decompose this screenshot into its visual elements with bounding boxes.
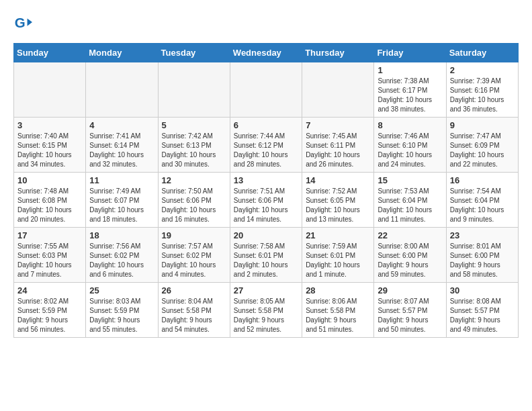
day-cell: 23Sunrise: 8:01 AM Sunset: 6:00 PM Dayli… <box>446 228 518 283</box>
day-cell: 13Sunrise: 7:51 AM Sunset: 6:06 PM Dayli… <box>230 173 302 228</box>
day-number: 17 <box>17 230 82 240</box>
day-detail: Sunrise: 8:06 AM Sunset: 5:58 PM Dayligh… <box>306 297 370 334</box>
day-detail: Sunrise: 7:45 AM Sunset: 6:11 PM Dayligh… <box>306 132 370 169</box>
logo: G <box>13 13 35 32</box>
column-header-thursday: Thursday <box>302 44 374 62</box>
day-number: 26 <box>162 285 226 295</box>
day-cell: 29Sunrise: 8:07 AM Sunset: 5:57 PM Dayli… <box>374 283 446 338</box>
week-row-4: 17Sunrise: 7:55 AM Sunset: 6:03 PM Dayli… <box>14 228 519 283</box>
day-cell <box>230 62 302 118</box>
day-detail: Sunrise: 8:04 AM Sunset: 5:58 PM Dayligh… <box>162 297 226 334</box>
day-cell: 27Sunrise: 8:05 AM Sunset: 5:58 PM Dayli… <box>230 283 302 338</box>
calendar-table: SundayMondayTuesdayWednesdayThursdayFrid… <box>13 43 519 338</box>
day-cell <box>86 62 158 118</box>
day-cell: 15Sunrise: 7:53 AM Sunset: 6:04 PM Dayli… <box>374 173 446 228</box>
day-detail: Sunrise: 7:48 AM Sunset: 6:08 PM Dayligh… <box>17 187 82 224</box>
day-number: 1 <box>378 65 442 75</box>
day-cell: 21Sunrise: 7:59 AM Sunset: 6:01 PM Dayli… <box>302 228 374 283</box>
day-detail: Sunrise: 7:47 AM Sunset: 6:09 PM Dayligh… <box>450 132 515 169</box>
week-row-1: 1Sunrise: 7:38 AM Sunset: 6:17 PM Daylig… <box>14 62 519 118</box>
day-cell: 19Sunrise: 7:57 AM Sunset: 6:02 PM Dayli… <box>158 228 230 283</box>
week-row-5: 24Sunrise: 8:02 AM Sunset: 5:59 PM Dayli… <box>14 283 519 338</box>
page-header: G <box>13 13 519 32</box>
week-row-2: 3Sunrise: 7:40 AM Sunset: 6:15 PM Daylig… <box>14 118 519 173</box>
day-number: 25 <box>89 285 154 295</box>
day-number: 10 <box>17 175 82 185</box>
day-number: 29 <box>378 285 442 295</box>
column-header-friday: Friday <box>374 44 446 62</box>
svg-marker-1 <box>28 18 32 26</box>
day-number: 30 <box>450 285 515 295</box>
day-detail: Sunrise: 8:00 AM Sunset: 6:00 PM Dayligh… <box>378 242 442 279</box>
day-cell <box>302 62 374 118</box>
day-number: 20 <box>234 230 298 240</box>
day-cell <box>14 62 86 118</box>
day-detail: Sunrise: 7:49 AM Sunset: 6:07 PM Dayligh… <box>89 187 154 224</box>
day-detail: Sunrise: 7:46 AM Sunset: 6:10 PM Dayligh… <box>378 132 442 169</box>
day-cell: 7Sunrise: 7:45 AM Sunset: 6:11 PM Daylig… <box>302 118 374 173</box>
day-number: 12 <box>162 175 226 185</box>
day-detail: Sunrise: 7:55 AM Sunset: 6:03 PM Dayligh… <box>17 242 82 279</box>
day-detail: Sunrise: 7:58 AM Sunset: 6:01 PM Dayligh… <box>234 242 298 279</box>
column-header-monday: Monday <box>86 44 158 62</box>
day-detail: Sunrise: 7:52 AM Sunset: 6:05 PM Dayligh… <box>306 187 370 224</box>
day-number: 28 <box>306 285 370 295</box>
day-cell: 3Sunrise: 7:40 AM Sunset: 6:15 PM Daylig… <box>14 118 86 173</box>
day-cell: 20Sunrise: 7:58 AM Sunset: 6:01 PM Dayli… <box>230 228 302 283</box>
day-number: 18 <box>89 230 154 240</box>
day-detail: Sunrise: 7:50 AM Sunset: 6:06 PM Dayligh… <box>162 187 226 224</box>
day-cell: 2Sunrise: 7:39 AM Sunset: 6:16 PM Daylig… <box>446 62 518 118</box>
column-header-tuesday: Tuesday <box>158 44 230 62</box>
day-detail: Sunrise: 7:54 AM Sunset: 6:04 PM Dayligh… <box>450 187 515 224</box>
day-number: 9 <box>450 120 515 130</box>
svg-text:G: G <box>15 15 26 30</box>
day-detail: Sunrise: 7:41 AM Sunset: 6:14 PM Dayligh… <box>89 132 154 169</box>
day-cell: 9Sunrise: 7:47 AM Sunset: 6:09 PM Daylig… <box>446 118 518 173</box>
column-header-wednesday: Wednesday <box>230 44 302 62</box>
week-row-3: 10Sunrise: 7:48 AM Sunset: 6:08 PM Dayli… <box>14 173 519 228</box>
day-cell: 8Sunrise: 7:46 AM Sunset: 6:10 PM Daylig… <box>374 118 446 173</box>
day-number: 11 <box>89 175 154 185</box>
day-detail: Sunrise: 7:38 AM Sunset: 6:17 PM Dayligh… <box>378 77 442 114</box>
day-cell: 5Sunrise: 7:42 AM Sunset: 6:13 PM Daylig… <box>158 118 230 173</box>
day-number: 8 <box>378 120 442 130</box>
day-detail: Sunrise: 7:59 AM Sunset: 6:01 PM Dayligh… <box>306 242 370 279</box>
day-cell: 6Sunrise: 7:44 AM Sunset: 6:12 PM Daylig… <box>230 118 302 173</box>
logo-icon: G <box>13 13 32 32</box>
day-number: 15 <box>378 175 442 185</box>
column-header-saturday: Saturday <box>446 44 518 62</box>
day-number: 24 <box>17 285 82 295</box>
day-detail: Sunrise: 7:39 AM Sunset: 6:16 PM Dayligh… <box>450 77 515 114</box>
day-number: 27 <box>234 285 298 295</box>
day-number: 5 <box>162 120 226 130</box>
day-cell: 1Sunrise: 7:38 AM Sunset: 6:17 PM Daylig… <box>374 62 446 118</box>
day-detail: Sunrise: 7:51 AM Sunset: 6:06 PM Dayligh… <box>234 187 298 224</box>
day-detail: Sunrise: 8:07 AM Sunset: 5:57 PM Dayligh… <box>378 297 442 334</box>
day-number: 19 <box>162 230 226 240</box>
day-cell: 4Sunrise: 7:41 AM Sunset: 6:14 PM Daylig… <box>86 118 158 173</box>
day-cell: 11Sunrise: 7:49 AM Sunset: 6:07 PM Dayli… <box>86 173 158 228</box>
day-cell <box>158 62 230 118</box>
day-number: 21 <box>306 230 370 240</box>
day-number: 16 <box>450 175 515 185</box>
day-cell: 10Sunrise: 7:48 AM Sunset: 6:08 PM Dayli… <box>14 173 86 228</box>
day-number: 23 <box>450 230 515 240</box>
day-number: 4 <box>89 120 154 130</box>
column-header-sunday: Sunday <box>14 44 86 62</box>
day-cell: 24Sunrise: 8:02 AM Sunset: 5:59 PM Dayli… <box>14 283 86 338</box>
header-row: SundayMondayTuesdayWednesdayThursdayFrid… <box>14 44 519 62</box>
day-cell: 26Sunrise: 8:04 AM Sunset: 5:58 PM Dayli… <box>158 283 230 338</box>
day-cell: 18Sunrise: 7:56 AM Sunset: 6:02 PM Dayli… <box>86 228 158 283</box>
day-detail: Sunrise: 8:01 AM Sunset: 6:00 PM Dayligh… <box>450 242 515 279</box>
day-number: 2 <box>450 65 515 75</box>
day-detail: Sunrise: 8:05 AM Sunset: 5:58 PM Dayligh… <box>234 297 298 334</box>
day-detail: Sunrise: 8:03 AM Sunset: 5:59 PM Dayligh… <box>89 297 154 334</box>
day-number: 22 <box>378 230 442 240</box>
day-cell: 16Sunrise: 7:54 AM Sunset: 6:04 PM Dayli… <box>446 173 518 228</box>
day-cell: 22Sunrise: 8:00 AM Sunset: 6:00 PM Dayli… <box>374 228 446 283</box>
day-number: 13 <box>234 175 298 185</box>
day-detail: Sunrise: 8:02 AM Sunset: 5:59 PM Dayligh… <box>17 297 82 334</box>
day-cell: 14Sunrise: 7:52 AM Sunset: 6:05 PM Dayli… <box>302 173 374 228</box>
day-number: 6 <box>234 120 298 130</box>
day-cell: 17Sunrise: 7:55 AM Sunset: 6:03 PM Dayli… <box>14 228 86 283</box>
